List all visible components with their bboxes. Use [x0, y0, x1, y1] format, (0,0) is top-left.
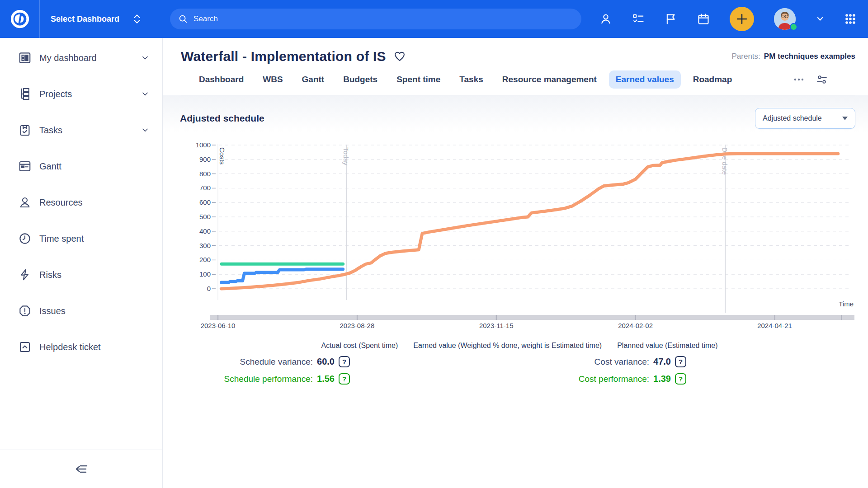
select-chevrons-icon — [132, 13, 142, 25]
sidebar-item-resources[interactable]: Resources — [0, 184, 162, 221]
svg-text:500: 500 — [199, 213, 211, 221]
sidebar: My dashboard Projects Tasks Gantt Resour… — [0, 38, 163, 488]
sidebar-item-time-spent[interactable]: Time spent — [0, 221, 162, 257]
parents-label: Parents: — [732, 52, 760, 61]
svg-text:1000: 1000 — [196, 141, 211, 149]
sliders-icon — [816, 74, 828, 85]
sidebar-item-label: My dashboard — [39, 53, 133, 63]
ellipsis-icon — [793, 77, 805, 82]
flag-button[interactable] — [665, 13, 677, 25]
search-input[interactable]: Search — [170, 9, 581, 29]
evm-chart: 01002003004005006007008009001000CostsTod… — [180, 141, 858, 335]
topbar: Select Dashboard Search — [0, 0, 868, 38]
tab-budgets[interactable]: Budgets — [336, 70, 384, 89]
grid-icon — [844, 13, 856, 25]
tab-gantt[interactable]: Gantt — [295, 70, 331, 89]
schedule-performance-row: Schedule performance: 1.56 ? — [180, 373, 350, 385]
sidebar-item-label: Projects — [39, 89, 133, 99]
parents-value[interactable]: PM techniques examples — [764, 52, 855, 61]
section-heading: Adjusted schedule — [180, 113, 264, 124]
dashboard-icon — [18, 51, 32, 65]
svg-text:Due date: Due date — [721, 147, 729, 175]
issue-icon — [18, 304, 32, 318]
chevron-down-icon — [141, 89, 150, 99]
more-tabs-button[interactable] — [793, 77, 805, 82]
sidebar-item-helpdesk-ticket[interactable]: Helpdesk ticket — [0, 329, 162, 365]
heart-icon — [393, 50, 406, 63]
app-logo[interactable] — [0, 0, 40, 38]
user-button[interactable] — [599, 13, 612, 25]
add-button[interactable] — [730, 7, 754, 31]
resources-icon — [18, 196, 32, 209]
gantt-icon — [18, 160, 32, 173]
svg-text:200: 200 — [199, 256, 211, 263]
dropdown-caret-icon — [842, 117, 848, 120]
help-icon[interactable]: ? — [339, 356, 350, 367]
sidebar-item-issues[interactable]: Issues — [0, 293, 162, 329]
svg-text:2023-08-28: 2023-08-28 — [340, 322, 375, 329]
svg-text:Today: Today — [342, 147, 350, 166]
tasklist-button[interactable] — [632, 13, 645, 25]
user-avatar[interactable] — [774, 8, 796, 30]
tab-tasks[interactable]: Tasks — [453, 70, 490, 89]
legend-planned-value: Planned value (Estimated time) — [617, 342, 717, 350]
flag-icon — [665, 13, 677, 25]
plus-icon — [735, 12, 749, 26]
sidebar-item-label: Resources — [39, 197, 150, 208]
sidebar-item-label: Time spent — [39, 234, 150, 244]
help-icon[interactable]: ? — [675, 356, 686, 367]
chevron-down-icon — [816, 14, 825, 23]
sidebar-item-label: Tasks — [39, 125, 133, 136]
sidebar-item-gantt[interactable]: Gantt — [0, 148, 162, 184]
tab-wbs[interactable]: WBS — [256, 70, 289, 89]
chart-container: 01002003004005006007008009001000CostsTod… — [180, 141, 859, 337]
sidebar-footer — [0, 450, 162, 488]
tab-earned-values[interactable]: Earned values — [609, 70, 681, 89]
online-status-dot — [790, 23, 797, 31]
profile-menu-button[interactable] — [816, 14, 825, 23]
lightning-icon — [18, 268, 32, 282]
calendar-button[interactable] — [697, 13, 710, 25]
schedule-performance-value: 1.56 — [317, 374, 335, 384]
sidebar-item-my-dashboard[interactable]: My dashboard — [0, 40, 162, 76]
cost-performance-label: Cost performance: — [579, 374, 649, 384]
sidebar-item-risks[interactable]: Risks — [0, 257, 162, 293]
page-title: Waterfall - Implementation of IS — [181, 49, 386, 64]
tab-dashboard[interactable]: Dashboard — [192, 70, 250, 89]
svg-text:300: 300 — [199, 242, 211, 249]
legend-earned-value: Earned value (Weighted % done, weight is… — [413, 342, 602, 350]
sidebar-item-label: Risks — [39, 270, 150, 280]
sidebar-item-projects[interactable]: Projects — [0, 76, 162, 112]
tab-spent-time[interactable]: Spent time — [390, 70, 447, 89]
user-icon — [599, 13, 612, 25]
svg-text:2023-06-10: 2023-06-10 — [201, 322, 236, 329]
svg-text:0: 0 — [207, 285, 211, 292]
sidebar-item-tasks[interactable]: Tasks — [0, 112, 162, 148]
schedule-type-select[interactable]: Adjusted schedule — [755, 108, 855, 129]
checklist-icon — [632, 13, 645, 25]
svg-text:400: 400 — [199, 227, 211, 235]
dashboard-selector[interactable]: Select Dashboard — [51, 13, 142, 25]
help-icon[interactable]: ? — [675, 373, 686, 385]
tasks-icon — [18, 123, 32, 137]
svg-text:2024-04-21: 2024-04-21 — [757, 322, 792, 329]
tab-resource-management[interactable]: Resource management — [495, 70, 604, 89]
svg-text:2023-11-15: 2023-11-15 — [479, 322, 514, 329]
svg-text:800: 800 — [199, 170, 211, 178]
svg-text:700: 700 — [199, 184, 211, 192]
help-icon[interactable]: ? — [339, 373, 350, 385]
logo-icon — [9, 9, 30, 29]
svg-text:600: 600 — [199, 198, 211, 206]
schedule-variance-row: Schedule variance: 60.0 ? — [180, 356, 350, 367]
schedule-type-value: Adjusted schedule — [763, 114, 822, 122]
cost-variance-label: Cost variance: — [594, 357, 649, 367]
apps-grid-button[interactable] — [844, 13, 856, 25]
svg-text:100: 100 — [199, 270, 211, 278]
collapse-sidebar-button[interactable] — [72, 461, 91, 477]
favorite-button[interactable] — [393, 50, 406, 63]
svg-text:Costs: Costs — [218, 147, 226, 164]
tab-settings-button[interactable] — [816, 74, 828, 85]
earned-values-panel: Adjusted schedule Adjusted schedule 0100… — [163, 95, 868, 439]
tab-roadmap[interactable]: Roadmap — [686, 70, 739, 89]
helpdesk-icon — [18, 340, 32, 354]
